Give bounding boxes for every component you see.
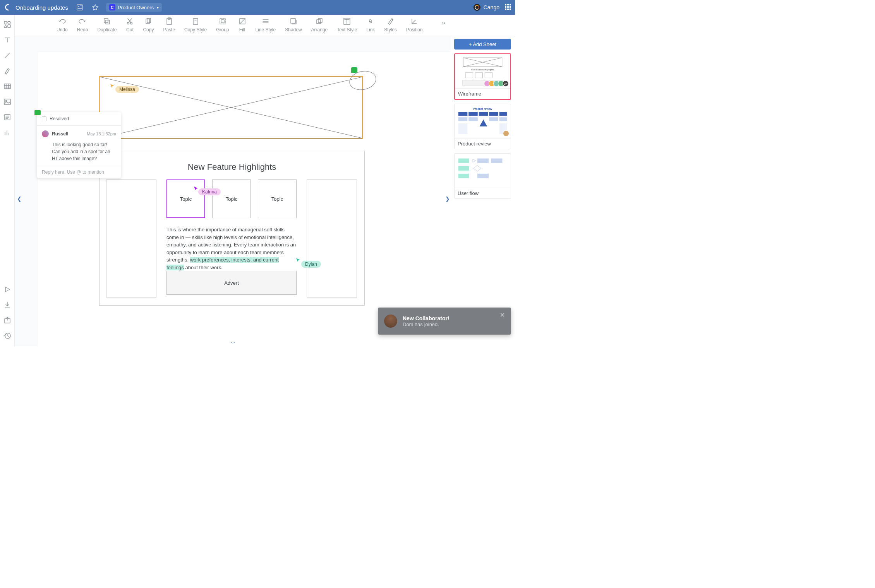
team-selector[interactable]: C Product Owners ▾ [106,3,162,12]
action-toolbar: Undo Redo Duplicate Cut Copy Paste Copy … [15,15,515,36]
table-tool-icon[interactable] [2,81,12,91]
redo-icon [79,16,86,26]
svg-text:Product review: Product review [473,108,492,110]
expand-down-icon[interactable]: ﹀ [230,340,236,346]
svg-point-15 [127,22,129,24]
close-icon[interactable]: ✕ [500,311,505,319]
play-icon[interactable] [2,284,12,294]
line-style-icon [262,16,269,26]
next-sheet-icon[interactable]: ❯ [445,196,450,202]
svg-line-31 [100,77,362,138]
sheet-label: Product review [455,138,511,149]
svg-rect-49 [499,117,507,121]
comment-pin-icon[interactable] [351,67,357,73]
undo-icon [58,16,66,26]
svg-point-1 [78,6,79,7]
toast-title: New Collaborator! [403,315,450,321]
comment-popover: Resolved Russell May 18 1:32pm This is l… [37,112,121,178]
comment-reply-input[interactable]: Reply here. Use @ to mention [37,166,121,178]
cursor-icon [296,258,300,262]
chevron-down-icon: ▾ [157,5,159,10]
toolbar-copy-style[interactable]: Copy Style [180,16,211,32]
svg-text:New Feature Highlights: New Feature Highlights [471,68,494,71]
left-column-placeholder[interactable] [106,179,156,297]
sheet-card-wireframe[interactable]: New Feature Highlights 2+ Wireframe [454,53,511,100]
right-column-placeholder[interactable] [307,179,357,297]
line-tool-icon[interactable] [2,50,12,60]
svg-rect-6 [8,25,10,27]
paste-icon [165,16,173,26]
add-sheet-button[interactable]: + Add Sheet [454,39,511,50]
resolved-checkbox[interactable] [42,116,46,121]
app-logo-icon[interactable] [3,3,10,12]
history-icon[interactable] [2,331,12,341]
comment-header: Resolved [37,112,121,126]
toolbar-paste[interactable]: Paste [158,16,180,32]
styles-icon [387,16,395,26]
svg-point-16 [130,22,132,24]
pen-tool-icon[interactable] [2,66,12,76]
comment-avatar-icon [42,130,49,137]
section-title: New Feature Highlights [100,162,364,172]
sheet-card-user-flow[interactable]: User flow [454,153,511,199]
prev-sheet-icon[interactable]: ❮ [17,196,22,202]
toolbar-styles[interactable]: Styles [379,16,401,32]
toolbar-cut[interactable]: Cut [121,16,138,32]
brand-link[interactable]: Cango [474,4,499,11]
share-icon[interactable] [2,315,12,325]
svg-rect-52 [458,159,469,163]
topic-box-1[interactable]: Topic [166,179,205,218]
cursor-label: Katrina [198,188,221,195]
topic-box-3[interactable]: Topic [258,179,297,218]
duplicate-icon [103,16,111,26]
svg-rect-44 [489,112,498,116]
sheet-thumb: Product review [455,104,511,138]
advert-placeholder[interactable]: Advert [166,271,297,295]
note-tool-icon[interactable] [2,112,12,122]
copy-style-icon [192,16,199,26]
toolbar-undo[interactable]: Undo [18,16,72,32]
cursor-label: Melissa [115,86,139,93]
canvas[interactable]: ❮ ❯ ﹀ Resolved Russell May 18 1:32pm Thi… [15,36,451,346]
download-icon[interactable] [2,300,12,310]
topic-box-2[interactable]: Topic [212,179,251,218]
shapes-tool-icon[interactable] [2,19,12,29]
toolbar-fill[interactable]: Fill [234,16,251,32]
toolbar-text-style[interactable]: Text Style [332,16,362,32]
toolbar-link[interactable]: Link [362,16,379,32]
text-tool-icon[interactable] [2,35,12,45]
left-tool-rail [0,15,15,346]
chart-tool-icon[interactable] [2,128,12,138]
shadow-icon [290,16,297,26]
hero-image-placeholder[interactable] [100,77,362,138]
svg-rect-13 [104,19,108,22]
toolbar-copy[interactable]: Copy [138,16,158,32]
apps-grid-icon[interactable] [505,4,512,11]
toolbar-duplicate[interactable]: Duplicate [93,16,121,32]
toast-avatar-icon [384,315,397,328]
fill-icon [238,16,246,26]
body-paragraph[interactable]: This is where the importance of manageri… [166,226,297,271]
svg-rect-27 [318,19,322,22]
document-title[interactable]: Onboarding updates [15,4,68,11]
arrange-icon [316,16,323,26]
copy-icon [144,16,152,26]
toolbar-line-style[interactable]: Line Style [251,16,281,32]
toolbar-position[interactable]: Position [401,16,427,32]
svg-rect-43 [479,112,488,116]
toolbar-shadow[interactable]: Shadow [280,16,306,32]
sheet-thumb: New Feature Highlights 2+ [455,54,510,88]
svg-rect-46 [458,117,468,121]
svg-rect-57 [477,174,489,178]
link-icon [367,16,374,26]
team-badge-icon: C [109,4,115,10]
toolbar-group[interactable]: Group [211,16,233,32]
text-style-icon [343,16,351,26]
card-view-icon[interactable] [76,3,84,11]
toolbar-more-icon[interactable]: » [442,19,445,26]
sheet-card-product-review[interactable]: Product review Product review [454,104,511,149]
image-tool-icon[interactable] [2,97,12,107]
star-icon[interactable] [91,3,99,11]
toolbar-arrange[interactable]: Arrange [307,16,333,32]
toolbar-redo[interactable]: Redo [72,16,93,32]
